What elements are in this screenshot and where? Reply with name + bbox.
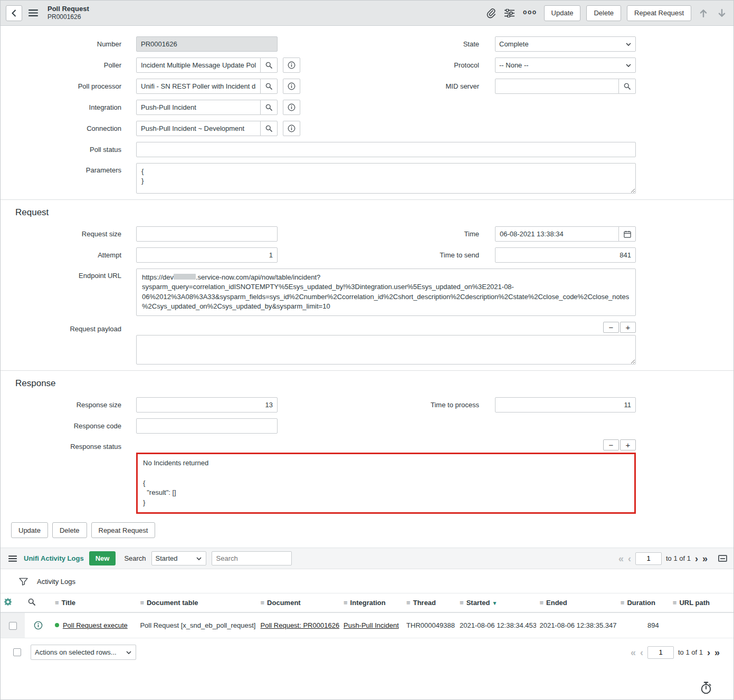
record-preview-icon[interactable] bbox=[32, 619, 44, 631]
actions-on-rows-select[interactable]: Actions on selected rows... bbox=[31, 645, 136, 660]
previous-page-icon[interactable]: ‹ bbox=[640, 648, 643, 657]
related-list-title[interactable]: Unifi Activity Logs bbox=[24, 554, 84, 562]
time-label: Time bbox=[367, 230, 495, 238]
time-calendar-button[interactable] bbox=[618, 226, 636, 242]
last-page-icon[interactable]: » bbox=[714, 648, 720, 657]
title-link[interactable]: Poll Request execute bbox=[63, 621, 128, 629]
breadcrumb-text[interactable]: Activity Logs bbox=[37, 578, 75, 586]
column-header-title[interactable]: ≡Title bbox=[52, 593, 137, 613]
poll-processor-lookup-button[interactable] bbox=[260, 79, 278, 94]
select-all-checkbox[interactable] bbox=[13, 648, 21, 656]
column-menu-icon[interactable]: ≡ bbox=[344, 599, 348, 607]
connection-input[interactable] bbox=[136, 121, 261, 136]
repeat-request-button-bottom[interactable]: Repeat Request bbox=[91, 522, 156, 538]
column-menu-icon[interactable]: ≡ bbox=[621, 599, 625, 607]
time-to-process-input[interactable] bbox=[495, 397, 636, 413]
response-size-input[interactable] bbox=[136, 397, 278, 413]
column-header-url-path[interactable]: ≡URL path bbox=[670, 593, 733, 613]
column-menu-icon[interactable]: ≡ bbox=[261, 599, 265, 607]
column-menu-icon[interactable]: ≡ bbox=[55, 599, 59, 607]
more-options-icon[interactable]: ooo bbox=[522, 8, 538, 18]
column-header-ended[interactable]: ≡Ended bbox=[536, 593, 617, 613]
poller-input[interactable] bbox=[136, 57, 261, 73]
document-link[interactable]: Poll Request: PR0001626 bbox=[261, 621, 340, 629]
integration-input[interactable] bbox=[136, 100, 261, 115]
next-page-icon[interactable]: › bbox=[695, 554, 698, 563]
list-search-input[interactable] bbox=[212, 551, 292, 565]
shrink-field-button[interactable]: − bbox=[603, 322, 619, 333]
response-status-value[interactable]: No Incidents returned { "result": [] } bbox=[138, 454, 634, 512]
row-checkbox[interactable] bbox=[9, 622, 17, 630]
connection-preview-button[interactable] bbox=[283, 121, 300, 136]
list-search-header[interactable] bbox=[25, 593, 51, 613]
personalize-form-icon[interactable] bbox=[503, 7, 516, 19]
poll-status-input[interactable] bbox=[136, 142, 636, 157]
last-page-icon[interactable]: » bbox=[702, 554, 708, 563]
filter-icon[interactable] bbox=[17, 576, 30, 587]
back-button[interactable] bbox=[6, 5, 22, 21]
column-header-duration[interactable]: ≡Duration bbox=[617, 593, 670, 613]
grow-field-button[interactable]: + bbox=[620, 439, 636, 450]
previous-record-icon[interactable] bbox=[697, 7, 710, 20]
column-header-document[interactable]: ≡Document bbox=[258, 593, 340, 613]
delete-button[interactable]: Delete bbox=[586, 5, 621, 21]
grow-field-button[interactable]: + bbox=[620, 322, 636, 333]
page-number-input[interactable] bbox=[647, 646, 674, 659]
response-code-input[interactable] bbox=[136, 418, 278, 434]
state-select[interactable]: Complete bbox=[495, 36, 636, 52]
repeat-request-button[interactable]: Repeat Request bbox=[627, 5, 691, 21]
column-header-thread[interactable]: ≡Thread bbox=[403, 593, 456, 613]
integration-label: Integration bbox=[1, 103, 136, 111]
integration-lookup-button[interactable] bbox=[260, 100, 278, 115]
parameters-input[interactable]: { } bbox=[136, 163, 636, 194]
connection-lookup-button[interactable] bbox=[260, 121, 278, 136]
mid-server-input[interactable] bbox=[495, 79, 619, 94]
request-size-input[interactable] bbox=[136, 226, 278, 242]
column-header-document-table[interactable]: ≡Document table bbox=[137, 593, 257, 613]
poller-preview-button[interactable] bbox=[283, 57, 300, 73]
poll-processor-input[interactable] bbox=[136, 79, 261, 94]
search-column-select[interactable]: Started bbox=[151, 551, 206, 565]
previous-page-icon[interactable]: ‹ bbox=[628, 554, 631, 563]
number-input[interactable] bbox=[136, 36, 278, 52]
integration-preview-button[interactable] bbox=[283, 100, 300, 115]
mid-server-lookup-button[interactable] bbox=[618, 79, 636, 94]
first-page-icon[interactable]: « bbox=[618, 554, 624, 563]
time-to-send-input[interactable] bbox=[495, 247, 636, 263]
collapse-list-icon[interactable] bbox=[718, 555, 727, 562]
list-settings-header[interactable] bbox=[1, 593, 25, 613]
poller-lookup-button[interactable] bbox=[260, 57, 278, 73]
column-menu-icon[interactable]: ≡ bbox=[140, 599, 144, 607]
stopwatch-icon[interactable] bbox=[699, 680, 713, 696]
list-context-menu-icon[interactable] bbox=[7, 554, 18, 563]
column-menu-icon[interactable]: ≡ bbox=[460, 599, 464, 607]
attachment-icon[interactable] bbox=[484, 6, 497, 20]
time-input[interactable] bbox=[495, 226, 619, 242]
first-page-icon[interactable]: « bbox=[631, 648, 636, 657]
poll-processor-preview-button[interactable] bbox=[283, 79, 300, 94]
update-button[interactable]: Update bbox=[544, 5, 581, 21]
column-header-started[interactable]: ≡Started▼ bbox=[456, 593, 536, 613]
funnel-icon bbox=[19, 578, 28, 586]
hamburger-icon bbox=[28, 9, 38, 16]
request-payload-input[interactable] bbox=[136, 335, 636, 365]
delete-button-bottom[interactable]: Delete bbox=[52, 522, 87, 538]
column-menu-icon[interactable]: ≡ bbox=[406, 599, 411, 607]
hamburger-icon bbox=[8, 555, 17, 562]
update-button-bottom[interactable]: Update bbox=[11, 522, 48, 538]
integration-link[interactable]: Push-Pull Incident bbox=[344, 621, 399, 629]
next-page-icon[interactable]: › bbox=[707, 648, 710, 657]
page-number-input[interactable] bbox=[635, 552, 662, 565]
column-menu-icon[interactable]: ≡ bbox=[539, 599, 544, 607]
form-context-menu-icon[interactable] bbox=[27, 8, 40, 18]
next-record-icon[interactable] bbox=[716, 7, 728, 20]
info-icon bbox=[288, 124, 295, 132]
column-menu-icon[interactable]: ≡ bbox=[673, 599, 677, 607]
endpoint-url-value[interactable]: https://dev.service-now.com/api/now/tabl… bbox=[136, 269, 636, 316]
attempt-input[interactable] bbox=[136, 247, 278, 263]
shrink-field-button[interactable]: − bbox=[603, 439, 619, 450]
new-button[interactable]: New bbox=[89, 551, 116, 565]
cell-started: 2021-08-06 12:38:34.453 bbox=[456, 612, 536, 638]
protocol-select[interactable]: -- None -- bbox=[495, 57, 636, 73]
column-header-integration[interactable]: ≡Integration bbox=[340, 593, 403, 613]
